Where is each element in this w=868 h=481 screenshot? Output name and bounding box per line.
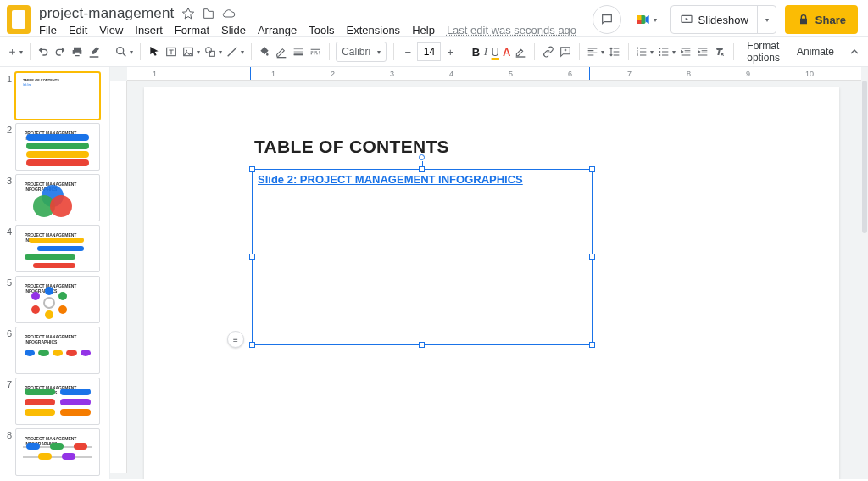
font-family-value: Calibri <box>342 46 370 58</box>
menu-slide[interactable]: Slide <box>221 24 246 36</box>
border-weight-button[interactable] <box>292 42 305 62</box>
resize-handle-ml[interactable] <box>249 254 255 260</box>
comment-icon <box>600 13 614 26</box>
resize-handle-tm[interactable] <box>419 166 425 172</box>
selected-textbox[interactable]: Slide 2: PROJECT MANAGEMENT INFOGRAPHICS… <box>252 169 593 345</box>
svg-point-17 <box>659 54 660 56</box>
numbered-list-button[interactable]: 123▾ <box>635 42 654 62</box>
menu-format[interactable]: Format <box>175 24 209 36</box>
rotate-handle[interactable] <box>419 154 425 160</box>
last-edit-link[interactable]: Last edit was seconds ago <box>447 24 576 36</box>
slide-thumb-7[interactable]: PROJECT MANAGEMENT INFOGRAPHICS <box>15 378 100 425</box>
ruler-indent-left[interactable] <box>250 67 251 80</box>
slide-canvas[interactable]: TABLE OF CONTENTS Slide 2: PROJECT MANAG… <box>144 87 839 479</box>
resize-handle-mr[interactable] <box>589 254 595 260</box>
slide-thumb-6[interactable]: PROJECT MANAGEMENT INFOGRAPHICS <box>15 327 100 374</box>
format-options-button[interactable]: Format options <box>740 42 787 62</box>
svg-rect-11 <box>516 56 526 57</box>
insert-comment-button[interactable] <box>559 42 572 62</box>
select-tool[interactable] <box>147 42 161 62</box>
image-tool[interactable]: ▾ <box>181 42 200 62</box>
toc-link[interactable]: Slide 2: PROJECT MANAGEMENT INFOGRAPHICS <box>253 170 528 187</box>
new-slide-button[interactable]: ＋▾ <box>7 42 23 62</box>
font-size-decrease[interactable]: − <box>400 42 415 61</box>
shape-tool[interactable]: ▾ <box>203 42 222 62</box>
resize-handle-bm[interactable] <box>419 342 425 348</box>
slideshow-options-button[interactable]: ▾ <box>757 6 776 33</box>
zoom-button[interactable]: ▾ <box>114 42 133 62</box>
font-size-increase[interactable]: + <box>442 42 458 61</box>
bulleted-list-button[interactable]: ▾ <box>657 42 676 62</box>
slide-thumb-5[interactable]: PROJECT MANAGEMENT INFOGRAPHICS <box>15 276 100 323</box>
vertical-scrollbar[interactable] <box>861 81 868 479</box>
move-icon[interactable] <box>202 7 215 20</box>
text-color-button[interactable]: A <box>503 42 510 62</box>
slide-thumb-2[interactable]: PROJECT MANAGEMENT INFOGRAPHICS <box>15 123 100 171</box>
ruler-indent-right[interactable] <box>589 67 590 80</box>
autofit-button[interactable]: ≡ <box>227 331 244 348</box>
insert-link-button[interactable] <box>542 42 555 62</box>
present-icon <box>680 13 693 26</box>
share-button[interactable]: Share <box>785 5 858 34</box>
font-size-input[interactable] <box>417 42 441 61</box>
resize-handle-br[interactable] <box>589 342 595 348</box>
menu-help[interactable]: Help <box>412 24 435 36</box>
print-button[interactable] <box>70 42 84 62</box>
font-size-controls: − + <box>400 42 458 61</box>
svg-point-7 <box>186 50 187 52</box>
paint-format-button[interactable] <box>87 42 101 62</box>
italic-button[interactable]: I <box>483 42 488 62</box>
line-spacing-button[interactable] <box>608 42 621 62</box>
slide-thumb-1[interactable]: TABLE OF CONTENTS link line <box>15 72 100 120</box>
menu-edit[interactable]: Edit <box>69 24 87 36</box>
slide-panel[interactable]: 1 TABLE OF CONTENTS link line 2 PROJECT … <box>0 67 110 479</box>
slideshow-button[interactable]: Slideshow ▾ <box>670 5 776 34</box>
border-color-button[interactable] <box>275 42 288 62</box>
undo-button[interactable] <box>36 42 50 62</box>
cloud-saved-icon[interactable] <box>222 7 236 20</box>
indent-increase-button[interactable] <box>696 42 709 62</box>
document-name[interactable]: project-management <box>39 5 175 22</box>
thumb-number: 2 <box>3 123 12 135</box>
indent-decrease-button[interactable] <box>679 42 693 62</box>
resize-handle-tl[interactable] <box>249 166 255 172</box>
border-dash-button[interactable] <box>309 42 322 62</box>
slide-thumb-8[interactable]: PROJECT MANAGEMENT INFOGRAPHICS <box>15 428 100 476</box>
resize-handle-bl[interactable] <box>249 342 255 348</box>
slides-logo[interactable] <box>7 5 31 34</box>
thumb-number: 4 <box>3 225 12 237</box>
line-tool[interactable]: ▾ <box>225 42 244 62</box>
menu-tools[interactable]: Tools <box>309 24 334 36</box>
slide-thumb-4[interactable]: PROJECT MANAGEMENT INFOGRAPHICS <box>15 225 100 272</box>
meet-icon <box>635 11 652 28</box>
menu-extensions[interactable]: Extensions <box>347 24 401 36</box>
animate-button[interactable]: Animate <box>790 42 841 62</box>
bold-button[interactable]: B <box>472 42 480 62</box>
canvas-area[interactable]: 1 1 2 3 4 5 6 7 8 9 10 TABLE OF CONTENTS… <box>110 67 868 479</box>
resize-handle-tr[interactable] <box>589 166 595 172</box>
textbox-tool[interactable] <box>164 42 178 62</box>
comment-history-button[interactable] <box>593 5 621 34</box>
horizontal-ruler[interactable]: 1 1 2 3 4 5 6 7 8 9 10 <box>127 67 861 81</box>
redo-button[interactable] <box>53 42 67 62</box>
svg-rect-2 <box>637 20 641 24</box>
svg-point-4 <box>117 48 124 54</box>
slide-thumb-3[interactable]: PROJECT MANAGEMENT INFOGRAPHICS <box>15 174 100 221</box>
star-icon[interactable] <box>181 7 195 20</box>
vertical-ruler[interactable] <box>110 81 127 473</box>
menu-file[interactable]: File <box>39 24 57 36</box>
clear-formatting-button[interactable] <box>713 42 726 62</box>
align-button[interactable]: ▾ <box>586 42 604 62</box>
fill-color-button[interactable] <box>258 42 271 62</box>
font-family-select[interactable]: Calibri▾ <box>336 42 387 62</box>
menu-insert[interactable]: Insert <box>135 24 163 36</box>
menu-arrange[interactable]: Arrange <box>258 24 297 36</box>
titlebar: project-management File Edit View Insert… <box>0 0 868 36</box>
menu-view[interactable]: View <box>99 24 123 36</box>
underline-button[interactable]: U <box>492 42 499 62</box>
meet-button[interactable]: ▾ <box>630 5 662 34</box>
collapse-toolbar-button[interactable] <box>848 42 861 62</box>
highlight-color-button[interactable] <box>514 42 527 62</box>
thumb-number: 5 <box>3 276 12 288</box>
scrollbar-thumb[interactable] <box>862 81 867 233</box>
